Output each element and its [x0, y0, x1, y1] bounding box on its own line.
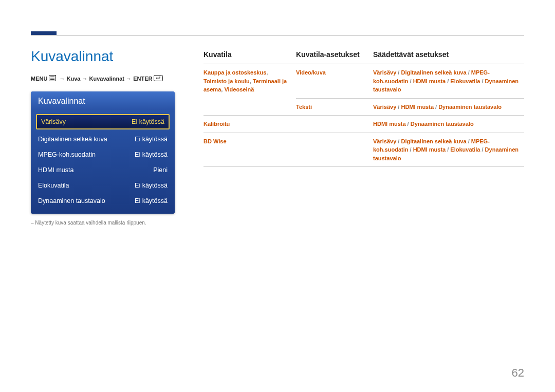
cell-saadettavat: Värisävy / Digitaalinen selkeä kuva / MP…	[373, 64, 524, 99]
cell-asetukset	[296, 116, 373, 133]
row-value: Ei käytössä	[135, 197, 168, 204]
page-title: Kuvavalinnat	[31, 48, 185, 65]
cell-asetukset: Teksti	[296, 98, 373, 116]
settings-table: Kuvatila Kuvatila-asetukset Säädettävät …	[203, 48, 524, 167]
panel-row-hdmi[interactable]: HDMI musta Pieni	[31, 162, 175, 178]
menu-icon	[49, 75, 56, 82]
panel-body: Värisävy Ei käytössä Digitaalinen selkeä…	[31, 110, 175, 214]
arrow-icon: →	[124, 76, 133, 82]
table-row: Kalibroitu HDMI musta / Dynaaminen taust…	[203, 116, 524, 133]
panel-row-elokuvatila[interactable]: Elokuvatila Ei käytössä	[31, 178, 175, 193]
panel-row-mpeg[interactable]: MPEG-koh.suodatin Ei käytössä	[31, 147, 175, 162]
enter-icon	[154, 75, 163, 82]
row-value: Ei käytössä	[132, 118, 164, 125]
row-value: Pieni	[153, 166, 168, 174]
breadcrumb: MENU → Kuva → Kuvavalinnat → ENTER	[31, 75, 185, 82]
table-row: Kauppa ja ostoskeskus, Toimisto ja koulu…	[203, 64, 524, 99]
cell-saadettavat: Värisävy / Digitaalinen selkeä kuva / MP…	[373, 133, 524, 167]
settings-tbody: Kauppa ja ostoskeskus, Toimisto ja koulu…	[203, 64, 524, 167]
cell-kuvatila: Kauppa ja ostoskeskus, Toimisto ja koulu…	[203, 64, 296, 116]
table-row: BD Wise Värisävy / Digitaalinen selkeä k…	[203, 133, 524, 167]
panel-row-varisavy[interactable]: Värisävy Ei käytössä	[36, 114, 170, 129]
cell-kuvatila: BD Wise	[203, 133, 296, 167]
cell-saadettavat: HDMI musta / Dynaaminen taustavalo	[373, 116, 524, 133]
th-saadettavat: Säädettävät asetukset	[373, 48, 524, 64]
arrow-icon: →	[80, 76, 89, 82]
th-kuvatila-asetukset: Kuvatila-asetukset	[296, 48, 373, 64]
row-label: Värisävy	[41, 118, 66, 125]
corner-accent	[31, 31, 57, 35]
cell-asetukset: Video/kuva	[296, 64, 373, 99]
breadcrumb-kuvavalinnat: Kuvavalinnat	[89, 76, 124, 82]
row-label: Dynaaminen taustavalo	[38, 197, 105, 204]
panel-row-digitaalinen[interactable]: Digitaalinen selkeä kuva Ei käytössä	[31, 132, 175, 147]
row-value: Ei käytössä	[135, 136, 168, 143]
row-label: HDMI musta	[38, 166, 73, 174]
panel-row-dynaaminen[interactable]: Dynaaminen taustavalo Ei käytössä	[31, 193, 175, 209]
row-value: Ei käytössä	[135, 182, 168, 189]
panel-header: Kuvavalinnat	[31, 91, 175, 110]
top-divider	[31, 35, 524, 35]
menu-label: MENU	[31, 76, 47, 82]
cell-kuvatila: Kalibroitu	[203, 116, 296, 133]
settings-panel: Kuvavalinnat Värisävy Ei käytössä Digita…	[31, 91, 175, 214]
enter-label: ENTER	[133, 76, 152, 82]
cell-asetukset	[296, 133, 373, 167]
footnote: Näytetty kuva saattaa vaihdella mallista…	[31, 220, 185, 226]
breadcrumb-kuva: Kuva	[67, 76, 81, 82]
row-label: MPEG-koh.suodatin	[38, 151, 96, 158]
th-kuvatila: Kuvatila	[203, 48, 296, 64]
row-value: Ei käytössä	[135, 151, 168, 158]
cell-saadettavat: Värisävy / HDMI musta / Dynaaminen taust…	[373, 98, 524, 116]
row-label: Digitaalinen selkeä kuva	[38, 136, 107, 143]
page-number: 62	[512, 366, 524, 380]
arrow-icon: →	[58, 76, 66, 82]
row-label: Elokuvatila	[38, 182, 69, 189]
